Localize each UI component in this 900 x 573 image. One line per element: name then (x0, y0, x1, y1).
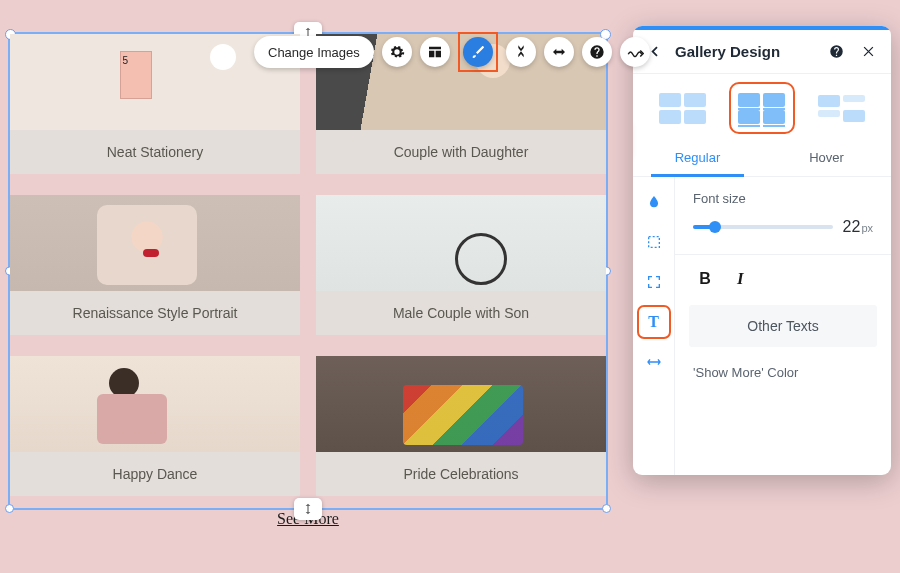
gear-icon (389, 44, 405, 60)
element-toolbar: Change Images (254, 35, 650, 69)
rail-spacing[interactable] (639, 347, 669, 377)
design-category-rail: T (633, 177, 675, 475)
design-button[interactable] (463, 37, 493, 67)
settings-button[interactable] (382, 37, 412, 67)
corners-icon (646, 274, 662, 290)
gallery-image (316, 195, 606, 291)
panel-help-button[interactable] (825, 41, 847, 63)
font-size-unit: px (861, 222, 873, 234)
gallery-caption: Happy Dance (10, 452, 300, 496)
panel-title: Gallery Design (675, 43, 815, 60)
animation-button[interactable] (620, 37, 650, 67)
gallery-caption: Male Couple with Son (316, 291, 606, 335)
panel-close-button[interactable] (857, 41, 879, 63)
question-icon (829, 44, 844, 59)
gallery-item[interactable]: Pride Celebrations (316, 356, 606, 496)
gallery-caption: Neat Stationery (10, 130, 300, 174)
droplet-icon (646, 194, 662, 210)
animation-icon (626, 43, 644, 61)
layout-option-2[interactable] (733, 86, 791, 130)
layout-icon (427, 44, 443, 60)
rail-corners[interactable] (639, 267, 669, 297)
font-size-value: 22 (843, 218, 861, 235)
gallery-image (10, 356, 300, 452)
brush-icon (470, 44, 486, 60)
font-size-label: Font size (693, 191, 873, 206)
bold-toggle[interactable]: B (697, 271, 713, 287)
stretch-icon (551, 44, 567, 60)
drag-handle-bottom[interactable] (294, 498, 322, 520)
layout-button[interactable] (420, 37, 450, 67)
crop-icon (513, 44, 529, 60)
cursor-icon (889, 391, 891, 415)
gallery-canvas[interactable]: Neat Stationery Couple with Daughter Ren… (8, 32, 608, 510)
change-images-button[interactable]: Change Images (254, 36, 374, 68)
tab-hover[interactable]: Hover (762, 140, 891, 176)
crop-button[interactable] (506, 37, 536, 67)
close-icon (861, 44, 876, 59)
svg-rect-0 (648, 237, 659, 248)
gallery-caption: Couple with Daughter (316, 130, 606, 174)
resize-handle[interactable] (602, 504, 611, 513)
rail-border[interactable] (639, 227, 669, 257)
gallery-item[interactable]: Male Couple with Son (316, 195, 606, 335)
other-texts-section[interactable]: Other Texts (689, 305, 877, 347)
show-more-color-label: 'Show More' Color (693, 365, 798, 380)
gallery-image (10, 195, 300, 291)
stretch-button[interactable] (544, 37, 574, 67)
rail-text[interactable]: T (639, 307, 669, 337)
layout-options (633, 74, 891, 140)
resize-handle[interactable] (5, 504, 14, 513)
help-button[interactable] (582, 37, 612, 67)
gallery-caption: Renaissance Style Portrait (10, 291, 300, 335)
layout-option-1[interactable] (654, 86, 712, 130)
spacing-icon (646, 354, 662, 370)
design-button-highlight (458, 32, 498, 72)
tab-regular[interactable]: Regular (633, 140, 762, 176)
gallery-caption: Pride Celebrations (316, 452, 606, 496)
italic-toggle[interactable]: I (737, 269, 744, 289)
font-size-slider[interactable] (693, 225, 833, 229)
gallery-item[interactable]: Happy Dance (10, 356, 300, 496)
dashed-square-icon (646, 234, 662, 250)
gallery-item[interactable]: Renaissance Style Portrait (10, 195, 300, 335)
design-panel: Gallery Design Regular Hover (633, 26, 891, 475)
rail-fill[interactable] (639, 187, 669, 217)
help-icon (589, 44, 605, 60)
layout-option-3[interactable] (812, 86, 870, 130)
gallery-image (316, 356, 606, 452)
